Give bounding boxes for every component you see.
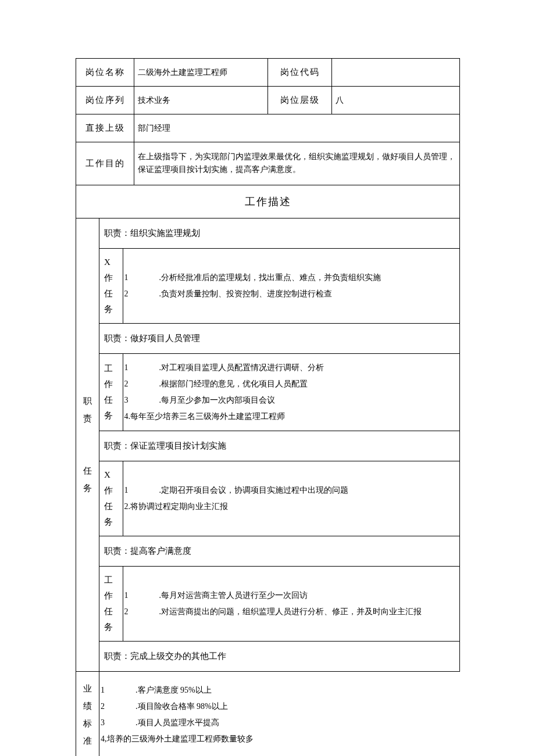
position-code-label: 岗位代码: [268, 59, 332, 87]
duty-side-label: 职责任务: [76, 218, 99, 671]
duties-container: 职责：组织实施监理规划 X作任务 1.分析经批准后的监理规划，找出重点、难点，并…: [99, 218, 460, 671]
position-series-label: 岗位序列: [76, 87, 134, 114]
task-label: 工作任务: [99, 566, 123, 641]
task-body: 1.对工程项目监理人员配置情况进行调研、分析2.根据部门经理的意见，优化项目人员…: [123, 353, 459, 431]
work-purpose-value: 在上级指导下，为实现部门内监理效果最优化，组织实施监理规划，做好项目人员管理，保…: [134, 142, 460, 185]
task-body: 1.定期召开项目会议，协调项目实施过程中出现的问题2.将协调过程定期向业主汇报: [123, 461, 459, 536]
work-purpose-label: 工作目的: [76, 142, 134, 185]
task-label: X作任务: [99, 461, 123, 536]
duty-title: 职责：做好项目人员管理: [99, 323, 459, 353]
task-body: 1.每月对运营商主管人员进行至少一次回访2.对运营商提出的问题，组织监理人员进行…: [123, 566, 459, 641]
position-series-value: 技术业务: [134, 87, 268, 114]
duty-title: 职责：组织实施监理规划: [99, 218, 459, 249]
duty-title: 职责：保证监理项目按计划实施: [99, 431, 459, 461]
position-name-value: 二级海外土建监理工程师: [134, 59, 268, 87]
position-name-label: 岗位名称: [76, 59, 134, 87]
work-description-title: 工作描述: [76, 185, 460, 218]
direct-superior-value: 部门经理: [134, 114, 460, 142]
direct-superior-label: 直接上级: [76, 114, 134, 142]
job-spec-table: 岗位名称 二级海外土建监理工程师 岗位代码 岗位序列 技术业务 岗位层级 八 直…: [76, 58, 460, 756]
task-label: 工作任务: [99, 353, 123, 431]
duty-title: 职责：提高客户满意度: [99, 536, 459, 566]
position-level-label: 岗位层级: [268, 87, 332, 114]
duty-title: 职责：完成上级交办的其他工作: [99, 641, 459, 671]
performance-body: 1.客户满意度 95%以上2.项目险收合格率 98%以上3.项目人员监理水平提高…: [99, 671, 460, 756]
task-body: 1.分析经批准后的监理规划，找出重点、难点，并负责组织实施2.负责对质量控制、投…: [123, 248, 459, 323]
performance-side-label: 业绩标准: [76, 671, 99, 756]
task-label: X作任务: [99, 248, 123, 323]
position-code-value: [332, 59, 460, 87]
position-level-value: 八: [332, 87, 460, 114]
